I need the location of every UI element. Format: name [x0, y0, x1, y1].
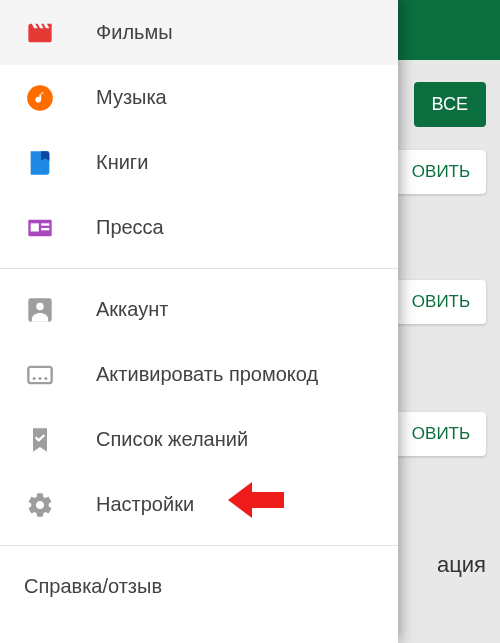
svg-rect-2	[31, 223, 39, 231]
svg-point-9	[38, 376, 41, 379]
sidebar-item-label: Фильмы	[96, 21, 173, 44]
sidebar-item-label: Список желаний	[96, 428, 248, 451]
sidebar-item-label: Пресса	[96, 216, 164, 239]
code-icon	[24, 359, 56, 391]
person-icon	[24, 294, 56, 326]
sidebar-item-help[interactable]: Справка/отзыв	[0, 554, 398, 619]
book-icon	[24, 147, 56, 179]
svg-rect-3	[41, 223, 49, 225]
svg-point-10	[44, 376, 47, 379]
news-icon	[24, 212, 56, 244]
install-button-partial[interactable]: ОВИТЬ	[396, 412, 486, 456]
divider	[0, 268, 398, 269]
all-chip[interactable]: ВСЕ	[414, 82, 486, 127]
svg-rect-4	[41, 228, 49, 230]
install-button-partial[interactable]: ОВИТЬ	[396, 280, 486, 324]
sidebar-item-label: Активировать промокод	[96, 363, 318, 386]
gear-icon	[24, 489, 56, 521]
sidebar-item-label: Музыка	[96, 86, 167, 109]
sidebar-item-books[interactable]: Книги	[0, 130, 398, 195]
sidebar-item-music[interactable]: Музыка	[0, 65, 398, 130]
svg-point-8	[33, 376, 36, 379]
divider	[0, 545, 398, 546]
sidebar-item-press[interactable]: Пресса	[0, 195, 398, 260]
svg-point-6	[36, 302, 43, 309]
install-button-partial[interactable]: ОВИТЬ	[396, 150, 486, 194]
bookmark-icon	[24, 424, 56, 456]
navigation-drawer: Фильмы Музыка Книги Пресса Аккаунт Актив…	[0, 0, 398, 643]
music-icon	[24, 82, 56, 114]
sidebar-item-movies[interactable]: Фильмы	[0, 0, 398, 65]
svg-rect-7	[28, 366, 51, 382]
sidebar-item-promo[interactable]: Активировать промокод	[0, 342, 398, 407]
sidebar-item-label: Книги	[96, 151, 148, 174]
sidebar-item-label: Аккаунт	[96, 298, 168, 321]
sidebar-item-settings[interactable]: Настройки	[0, 472, 398, 537]
card-title-partial: ация	[437, 552, 486, 578]
sidebar-item-label: Настройки	[96, 493, 194, 516]
sidebar-item-label: Справка/отзыв	[24, 575, 162, 598]
sidebar-item-wishlist[interactable]: Список желаний	[0, 407, 398, 472]
film-icon	[24, 17, 56, 49]
sidebar-item-account[interactable]: Аккаунт	[0, 277, 398, 342]
